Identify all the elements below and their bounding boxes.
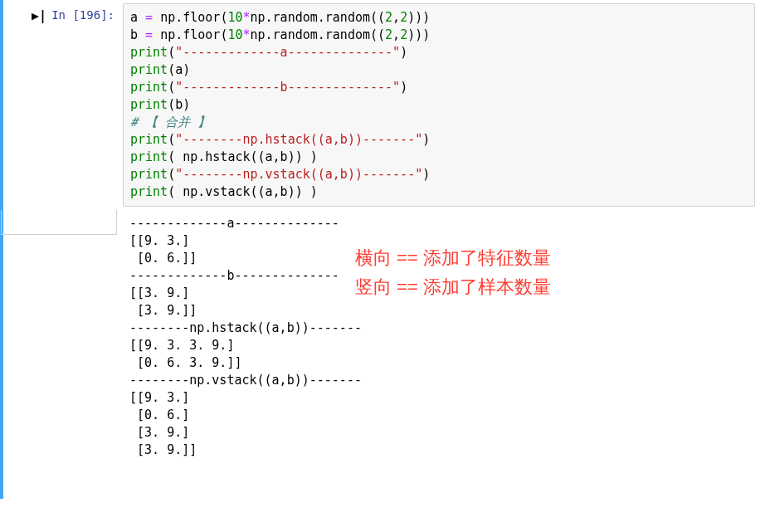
annotation-line-2: 竖向 == 添加了样本数量 [355, 272, 551, 301]
prompt-label: In [196]: [51, 8, 115, 22]
code-input[interactable]: a = np.floor(10*np.random.random((2,2)))… [123, 3, 755, 207]
code-cell: ▶| In [196]: a = np.floor(10*np.random.r… [0, 0, 765, 210]
output-prompt [7, 210, 123, 499]
output-text: -------------a-------------- [[9. 3.] [0… [123, 210, 765, 499]
output-cell: -------------a-------------- [[9. 3.] [0… [0, 210, 765, 499]
annotation-text: 横向 == 添加了特征数量 竖向 == 添加了样本数量 [355, 243, 551, 301]
annotation-line-1: 横向 == 添加了特征数量 [355, 243, 551, 272]
input-prompt: ▶| In [196]: [7, 3, 123, 207]
run-icon[interactable]: ▶| [32, 8, 46, 23]
